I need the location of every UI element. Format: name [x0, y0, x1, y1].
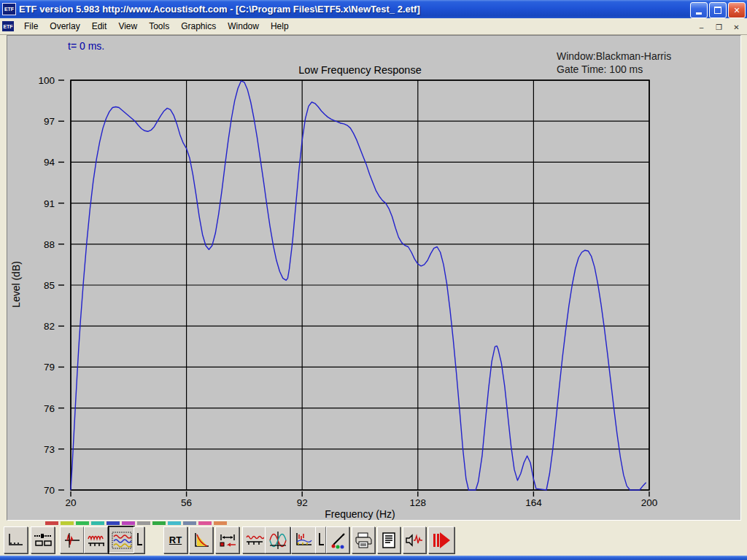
frequency-response-button[interactable]: [84, 526, 108, 553]
app-icon[interactable]: ETF: [2, 3, 16, 15]
menu-item-file[interactable]: File: [18, 19, 44, 34]
menu-item-help[interactable]: Help: [265, 19, 295, 34]
restore-button[interactable]: [709, 2, 727, 18]
window-type-label: Window:Blackman-Harris: [557, 50, 671, 63]
menu-item-overlay[interactable]: Overlay: [44, 19, 85, 34]
menu-item-window[interactable]: Window: [222, 19, 265, 34]
ripples-icon: [87, 532, 106, 549]
rotate-axis-button-2[interactable]: [315, 526, 326, 553]
close-icon: ✕: [733, 6, 740, 15]
chart-client-area: [7, 35, 741, 521]
report-button[interactable]: [377, 526, 400, 553]
energy-decay-button[interactable]: [189, 526, 213, 553]
document-icon: [381, 532, 397, 549]
overlay-color-dash: [76, 521, 89, 525]
levels-icon: [34, 532, 53, 548]
rotate-axis-button[interactable]: [133, 526, 144, 553]
overlay-color-dash: [45, 521, 58, 525]
measure-button[interactable]: [403, 526, 426, 553]
span-icon: [218, 532, 237, 549]
mdi-close-button[interactable]: ✕: [729, 20, 744, 34]
menu-item-edit[interactable]: Edit: [86, 19, 113, 34]
overlay-color-strip: [0, 521, 747, 526]
impulse-icon: [63, 532, 81, 549]
rt60-button[interactable]: RT: [163, 526, 187, 553]
menu-item-graphics[interactable]: Graphics: [175, 19, 222, 34]
x-axis-title: Frequency (Hz): [71, 508, 649, 520]
close-button[interactable]: ✕: [728, 2, 746, 18]
play-button[interactable]: [428, 526, 454, 553]
waterfall-button[interactable]: [109, 526, 134, 553]
waterfall-icon: [112, 532, 132, 549]
phase-response-button[interactable]: [265, 526, 290, 553]
overlay-color-dash: [152, 521, 166, 525]
sines-icon: [268, 531, 287, 550]
mdi-restore-button[interactable]: ❐: [711, 20, 727, 34]
impulse-response-button[interactable]: [60, 526, 84, 553]
wavy-icon: [245, 532, 264, 549]
menu-item-tools[interactable]: Tools: [143, 19, 175, 34]
axis-icon: [7, 532, 25, 548]
speaker-icon: [404, 532, 425, 548]
overlay-color-dash: [91, 521, 104, 525]
graph-axis-button[interactable]: [4, 526, 28, 553]
corner-icon: [317, 532, 325, 549]
decay-icon: [193, 532, 210, 549]
y-axis-title: Level (dB): [10, 241, 22, 328]
overlay-color-dash: [122, 521, 135, 525]
minimize-icon: [696, 12, 702, 15]
play-icon: [431, 531, 452, 550]
taskbar-edge[interactable]: [0, 556, 747, 560]
overlay-color-dash: [107, 521, 120, 525]
overlay-color-dash: [61, 521, 74, 525]
smoothed-response-button[interactable]: [242, 526, 266, 553]
overlay-color-dash: [198, 521, 212, 525]
rt-text-icon: RT: [169, 534, 182, 545]
overlay-color-dash: [168, 521, 181, 525]
menu-item-view[interactable]: View: [112, 19, 143, 34]
mdi-document-icon[interactable]: ETF: [2, 21, 14, 31]
gate-time-label: Gate Time: 100 ms: [557, 63, 671, 76]
menu-bar: ETF FileOverlayEditViewToolsGraphicsWind…: [0, 18, 747, 35]
gate-span-button[interactable]: [215, 526, 239, 553]
overlay-color-dash: [137, 521, 150, 525]
time-cursor-label: t= 0 ms.: [68, 40, 104, 52]
signal-levels-button[interactable]: [31, 526, 55, 553]
overlay-color-dash: [183, 521, 196, 525]
title-bar[interactable]: ETF ETF version 5.983 http://www.Acousti…: [0, 0, 747, 18]
window-gate-annotation: Window:Blackman-Harris Gate Time: 100 ms: [557, 50, 671, 76]
color-scheme-button[interactable]: [326, 526, 349, 553]
corner-icon: [136, 532, 143, 549]
print-button[interactable]: [352, 526, 375, 553]
spectrum-marks-button[interactable]: [291, 526, 316, 553]
overlay-color-dash: [214, 521, 227, 525]
restore-icon: [714, 7, 721, 14]
barsline-icon: [294, 532, 313, 549]
window-title: ETF version 5.983 http://www.Acoustisoft…: [19, 4, 420, 15]
printer-icon: [354, 532, 373, 549]
minimize-button[interactable]: [690, 2, 708, 18]
mdi-minimize-button[interactable]: –: [694, 20, 709, 34]
pencil-icon: [329, 532, 347, 549]
